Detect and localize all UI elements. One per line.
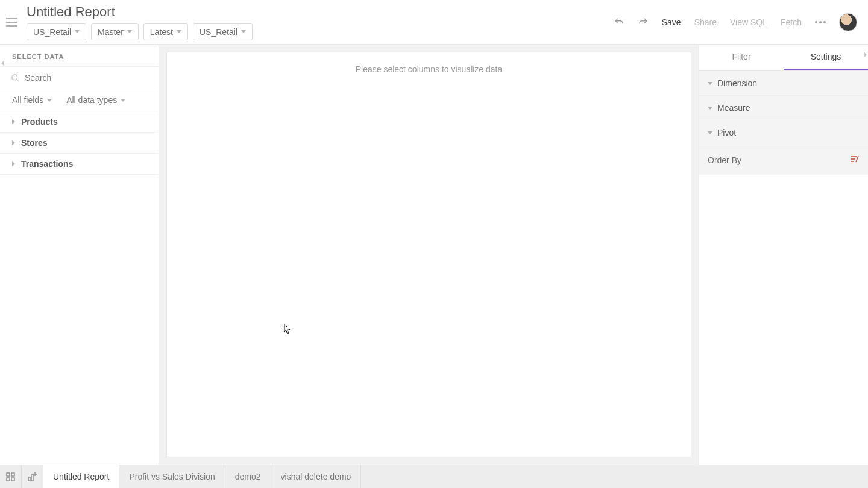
tree-item-stores[interactable]: Stores — [0, 133, 159, 154]
menu-icon[interactable] — [6, 18, 17, 29]
selector-schema[interactable]: US_Retail — [193, 23, 253, 40]
search-input[interactable] — [25, 73, 148, 83]
selector-database[interactable]: US_Retail — [27, 23, 86, 40]
bottom-tab[interactable]: demo2 — [225, 465, 271, 488]
selector-label: Latest — [150, 27, 173, 37]
section-dimension[interactable]: Dimension — [699, 71, 868, 96]
tab-filter[interactable]: Filter — [699, 45, 784, 70]
filter-fields[interactable]: All fields — [12, 95, 52, 105]
view-sql-button[interactable]: View SQL — [730, 17, 767, 27]
grid-view-icon[interactable] — [0, 465, 22, 488]
tree-label: Stores — [21, 138, 48, 148]
chevron-down-icon — [47, 99, 52, 102]
avatar[interactable] — [839, 13, 857, 31]
selector-label: Master — [98, 27, 124, 37]
more-icon[interactable] — [815, 21, 826, 23]
caret-right-icon — [12, 161, 15, 166]
sort-icon — [850, 155, 860, 165]
chevron-down-icon — [121, 99, 125, 102]
bottom-tab[interactable]: Untitled Report — [43, 465, 119, 488]
cursor-icon — [284, 324, 292, 337]
report-title[interactable]: Untitled Report — [27, 4, 614, 20]
canvas-surface[interactable]: Please select columns to visualize data — [166, 52, 691, 457]
bottom-tab[interactable]: vishal delete demo — [271, 465, 362, 488]
bottom-tab[interactable]: Profit vs Sales Division — [119, 465, 225, 488]
chevron-down-icon — [127, 30, 132, 33]
section-order-by[interactable]: Order By — [699, 145, 868, 175]
caret-right-icon — [12, 119, 15, 124]
redo-icon[interactable] — [638, 17, 649, 28]
tree-item-products[interactable]: Products — [0, 111, 159, 133]
chevron-down-icon — [708, 82, 712, 85]
tree-label: Transactions — [21, 159, 73, 169]
svg-rect-9 — [11, 473, 14, 476]
save-button[interactable]: Save — [662, 17, 681, 27]
left-panel: SELECT DATA All fields All data types Pr… — [0, 45, 159, 465]
chevron-down-icon — [708, 107, 712, 110]
add-chart-icon[interactable] — [22, 465, 43, 488]
section-measure[interactable]: Measure — [699, 96, 868, 120]
order-by-label: Order By — [708, 155, 741, 165]
svg-rect-13 — [31, 475, 33, 481]
svg-rect-12 — [28, 477, 30, 481]
svg-rect-11 — [11, 478, 14, 481]
tree-label: Products — [21, 117, 58, 127]
left-panel-heading: SELECT DATA — [0, 45, 159, 67]
collapse-right-icon[interactable] — [862, 49, 868, 60]
caret-right-icon — [12, 140, 15, 145]
bottom-bar: Untitled Report Profit vs Sales Division… — [0, 465, 868, 488]
section-label: Measure — [717, 103, 750, 113]
section-pivot[interactable]: Pivot — [699, 120, 868, 145]
tree-item-transactions[interactable]: Transactions — [0, 154, 159, 175]
chevron-down-icon — [708, 131, 712, 134]
filter-types[interactable]: All data types — [66, 95, 125, 105]
collapse-left-icon[interactable] — [0, 58, 5, 69]
undo-icon[interactable] — [614, 17, 624, 28]
section-label: Pivot — [717, 128, 736, 137]
chevron-down-icon — [75, 30, 80, 33]
selector-label: US_Retail — [33, 27, 71, 37]
svg-line-4 — [16, 79, 19, 81]
selector-label: US_Retail — [200, 27, 237, 37]
chevron-down-icon — [177, 30, 181, 33]
fetch-button[interactable]: Fetch — [781, 17, 802, 27]
section-label: Dimension — [717, 78, 757, 88]
svg-point-3 — [12, 74, 17, 80]
chevron-down-icon — [241, 30, 246, 33]
filter-label: All fields — [12, 95, 43, 105]
canvas: Please select columns to visualize data — [159, 45, 699, 465]
selector-branch[interactable]: Master — [91, 23, 139, 40]
svg-rect-10 — [7, 478, 10, 481]
filter-label: All data types — [66, 95, 117, 105]
share-button[interactable]: Share — [694, 17, 717, 27]
search-icon — [11, 74, 20, 83]
selector-version[interactable]: Latest — [143, 23, 188, 40]
tab-settings[interactable]: Settings — [784, 45, 868, 70]
placeholder-text: Please select columns to visualize data — [356, 64, 503, 74]
svg-rect-8 — [7, 473, 10, 476]
right-panel: Filter Settings Dimension Measure Pivot … — [699, 45, 868, 465]
